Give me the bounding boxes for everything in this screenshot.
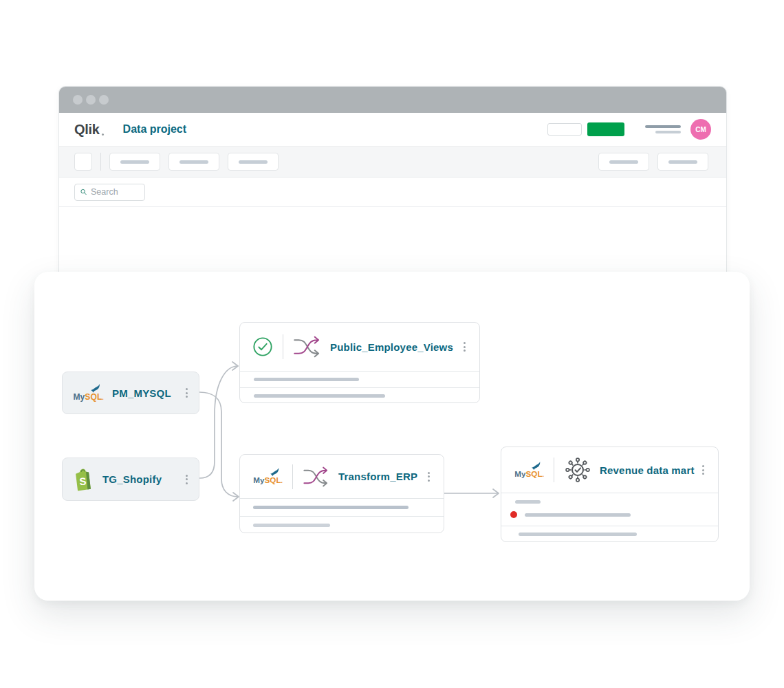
- card-row: [240, 371, 479, 387]
- secondary-button[interactable]: [547, 123, 582, 136]
- placeholder-bar: [253, 506, 409, 509]
- placeholder-bar: [655, 131, 681, 133]
- search-icon: [80, 188, 87, 196]
- card-row: [240, 387, 479, 404]
- window-control-icon[interactable]: [73, 95, 83, 105]
- placeholder-bar: [179, 160, 208, 164]
- placeholder-bar: [120, 160, 149, 164]
- node-pm-mysql[interactable]: MySQL. PM_MYSQL: [62, 372, 199, 414]
- placeholder-bar: [645, 125, 681, 128]
- placeholder-bar: [515, 500, 541, 504]
- placeholder-bar: [525, 513, 631, 517]
- search-input[interactable]: [91, 187, 139, 197]
- card-transform-erp[interactable]: MySQL. Transform_ERP: [239, 454, 444, 533]
- toolbar: [59, 146, 726, 178]
- svg-text:S: S: [79, 475, 87, 487]
- card-revenue-data-mart[interactable]: MySQL.: [501, 447, 719, 542]
- placeholder-bar: [668, 160, 697, 164]
- svg-text:MySQL.: MySQL.: [74, 392, 104, 402]
- shopify-logo-icon: S: [72, 467, 94, 492]
- qlik-logo: Qlik: [74, 122, 100, 138]
- connector-pm-to-transform: [199, 392, 238, 497]
- card-title: Public_Employee_Views: [330, 341, 453, 353]
- toolbar-button[interactable]: [109, 153, 160, 171]
- user-name-placeholder: [645, 125, 681, 133]
- app-header: Qlik Data project CM: [59, 113, 726, 146]
- search-box[interactable]: [74, 184, 145, 201]
- window-titlebar: [59, 87, 726, 113]
- card-row: [240, 498, 444, 516]
- success-check-icon: [252, 336, 273, 357]
- transform-shuffle-icon: [303, 466, 330, 488]
- node-label: TG_Shopify: [102, 473, 162, 485]
- transform-shuffle-icon: [293, 335, 322, 358]
- card-row: [501, 493, 718, 526]
- header-actions: CM: [547, 119, 711, 140]
- toolbar-button[interactable]: [168, 153, 219, 171]
- svg-text:MySQL.: MySQL.: [253, 475, 283, 484]
- pipeline-connectors: [34, 272, 750, 601]
- alert-dot-icon: [510, 511, 517, 518]
- placeholder-bar: [239, 160, 268, 164]
- toolbar-divider: [100, 153, 101, 171]
- placeholder-bar: [519, 533, 637, 536]
- window-control-icon[interactable]: [99, 95, 109, 105]
- divider: [554, 458, 554, 482]
- card-row: [240, 516, 444, 534]
- card-title: Transform_ERP: [338, 471, 417, 482]
- toolbar-button[interactable]: [228, 153, 279, 171]
- window-control-icon[interactable]: [86, 95, 96, 105]
- placeholder-bar: [609, 160, 638, 164]
- card-row: [501, 526, 718, 543]
- data-mart-hub-icon: [564, 456, 591, 484]
- kebab-menu-icon[interactable]: [425, 468, 433, 485]
- svg-text:MySQL.: MySQL.: [514, 469, 544, 478]
- placeholder-bar: [253, 524, 330, 527]
- toolbar-button[interactable]: [598, 153, 649, 171]
- pipeline-canvas: MySQL. PM_MYSQL S TG_Shopify: [34, 272, 750, 601]
- card-public-employee-views[interactable]: Public_Employee_Views: [239, 322, 480, 403]
- kebab-menu-icon[interactable]: [183, 471, 190, 488]
- search-row: [59, 178, 726, 207]
- kebab-menu-icon[interactable]: [699, 462, 707, 479]
- node-tg-shopify[interactable]: S TG_Shopify: [62, 458, 199, 501]
- kebab-menu-icon[interactable]: [183, 385, 190, 402]
- pipeline-canvas-card: MySQL. PM_MYSQL S TG_Shopify: [34, 272, 750, 601]
- mysql-logo-icon: MySQL.: [252, 467, 283, 486]
- toolbar-button[interactable]: [657, 153, 708, 171]
- avatar[interactable]: CM: [690, 119, 711, 140]
- kebab-menu-icon[interactable]: [461, 338, 468, 356]
- card-title: Revenue data mart: [600, 464, 695, 476]
- mysql-logo-icon: MySQL.: [514, 461, 544, 480]
- node-label: PM_MYSQL: [112, 387, 171, 399]
- placeholder-bar: [254, 378, 359, 381]
- primary-button[interactable]: [587, 122, 624, 136]
- divider: [292, 464, 293, 489]
- page-title: Data project: [123, 123, 186, 136]
- connector-tg-to-public: [199, 366, 238, 478]
- divider: [283, 334, 283, 359]
- placeholder-bar: [254, 394, 385, 398]
- toolbar-icon-button[interactable]: [74, 153, 92, 171]
- mysql-logo-icon: MySQL.: [72, 383, 104, 402]
